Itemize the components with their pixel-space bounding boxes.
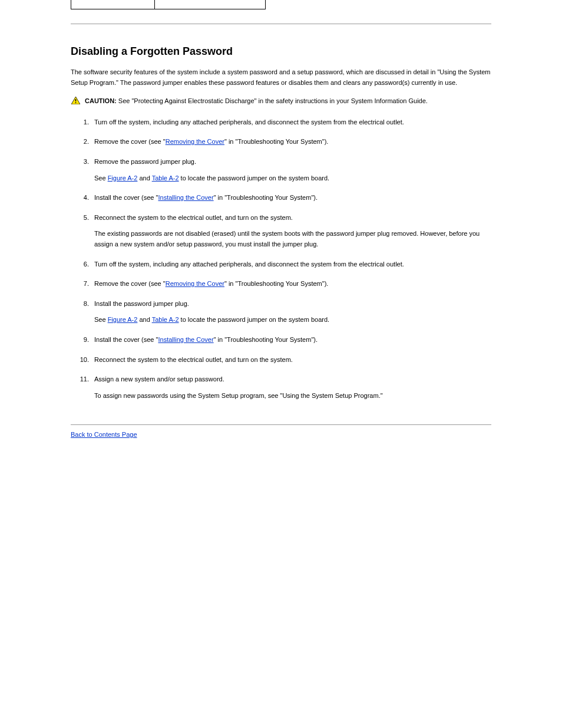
step-text: Assign a new system and/or setup passwor… bbox=[94, 375, 224, 383]
installing-cover-link[interactable]: Installing the Cover bbox=[158, 194, 213, 201]
step-3: Remove the password jumper plug. See Fig… bbox=[91, 157, 491, 183]
step-text: Install the cover (see " bbox=[94, 336, 158, 343]
step-text: Remove the cover (see " bbox=[94, 280, 166, 287]
step-7: Remove the cover (see "Removing the Cove… bbox=[91, 279, 491, 289]
step-sub: The existing passwords are not disabled … bbox=[94, 229, 491, 249]
step-text: Remove the cover (see " bbox=[94, 138, 166, 145]
step-text: See bbox=[94, 174, 108, 182]
step-sub: To assign new passwords using the System… bbox=[94, 391, 491, 401]
table-a2-link[interactable]: Table A-2 bbox=[152, 174, 179, 182]
step-text: to locate the password jumper on the sys… bbox=[179, 174, 330, 182]
table-stub bbox=[71, 0, 266, 9]
steps-list: Turn off the system, including any attac… bbox=[71, 117, 491, 401]
step-text: " in "Troubleshooting Your System"). bbox=[214, 336, 318, 343]
step-text: Turn off the system, including any attac… bbox=[94, 118, 404, 126]
step-text: Remove the password jumper plug. bbox=[94, 158, 196, 165]
step-text: and bbox=[137, 316, 151, 323]
svg-rect-2 bbox=[75, 102, 76, 103]
table-a2-link[interactable]: Table A-2 bbox=[152, 316, 179, 323]
figure-a2-link[interactable]: Figure A-2 bbox=[108, 174, 138, 182]
table-stub-cell bbox=[155, 0, 266, 9]
step-text: Turn off the system, including any attac… bbox=[94, 261, 404, 268]
step-1: Turn off the system, including any attac… bbox=[91, 117, 491, 128]
step-text: Install the cover (see " bbox=[94, 194, 158, 201]
intro-paragraph: The software security features of the sy… bbox=[71, 67, 491, 88]
step-text: to locate the password jumper on the sys… bbox=[179, 316, 330, 323]
table-stub-cell bbox=[71, 0, 155, 9]
divider bbox=[71, 424, 491, 425]
svg-rect-1 bbox=[75, 99, 76, 101]
step-8: Install the password jumper plug. See Fi… bbox=[91, 299, 491, 325]
step-text: " in "Troubleshooting Your System"). bbox=[224, 280, 328, 287]
caution-box: CAUTION: See "Protecting Against Electro… bbox=[71, 96, 491, 107]
step-6: Turn off the system, including any attac… bbox=[91, 259, 491, 270]
step-text: " in "Troubleshooting Your System"). bbox=[214, 194, 318, 201]
step-text: See bbox=[94, 316, 108, 323]
step-text: " in "Troubleshooting Your System"). bbox=[224, 138, 328, 145]
step-2: Remove the cover (see "Removing the Cove… bbox=[91, 137, 491, 147]
caution-text: CAUTION: See "Protecting Against Electro… bbox=[85, 96, 428, 107]
installing-cover-link[interactable]: Installing the Cover bbox=[158, 336, 213, 343]
figure-a2-link[interactable]: Figure A-2 bbox=[108, 316, 138, 323]
caution-icon bbox=[71, 96, 80, 104]
step-5: Reconnect the system to the electrical o… bbox=[91, 213, 491, 250]
step-10: Reconnect the system to the electrical o… bbox=[91, 355, 491, 365]
section-heading: Disabling a Forgotten Password bbox=[71, 45, 491, 58]
removing-cover-link[interactable]: Removing the Cover bbox=[166, 280, 224, 287]
back-link-row: Back to Contents Page bbox=[71, 431, 491, 438]
removing-cover-link[interactable]: Removing the Cover bbox=[166, 138, 224, 145]
caution-label: CAUTION: bbox=[85, 97, 117, 104]
step-text: Reconnect the system to the electrical o… bbox=[94, 356, 293, 363]
caution-body: See "Protecting Against Electrostatic Di… bbox=[117, 97, 428, 104]
step-4: Install the cover (see "Installing the C… bbox=[91, 193, 491, 203]
back-to-contents-link[interactable]: Back to Contents Page bbox=[71, 431, 137, 438]
step-text: Install the password jumper plug. bbox=[94, 300, 189, 307]
step-text: Reconnect the system to the electrical o… bbox=[94, 214, 293, 221]
step-sub: See Figure A-2 and Table A-2 to locate t… bbox=[94, 315, 491, 325]
step-sub: See Figure A-2 and Table A-2 to locate t… bbox=[94, 173, 491, 184]
step-11: Assign a new system and/or setup passwor… bbox=[91, 374, 491, 401]
divider bbox=[71, 24, 491, 24]
step-9: Install the cover (see "Installing the C… bbox=[91, 335, 491, 345]
step-text: and bbox=[137, 174, 151, 182]
